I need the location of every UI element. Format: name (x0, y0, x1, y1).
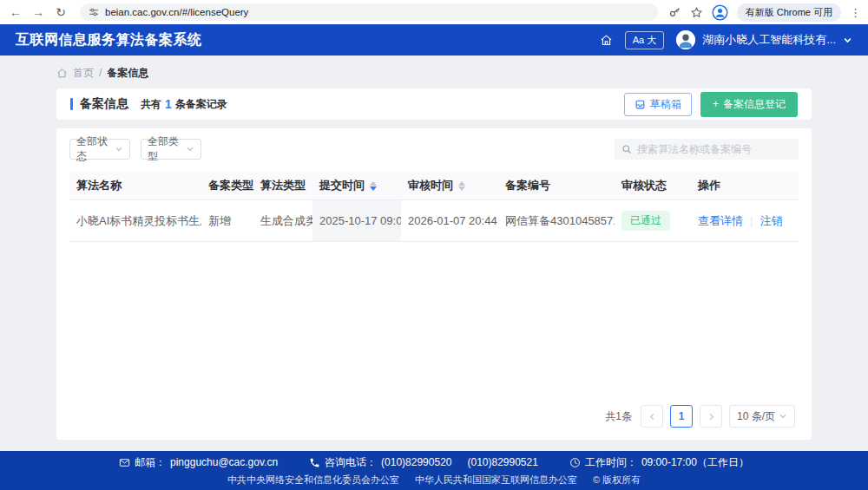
user-menu[interactable]: 湖南小晓人工智能科技有... (676, 30, 852, 49)
table-header-row: 算法名称 备案类型 算法类型 提交时间 (69, 172, 799, 200)
prev-page-button[interactable] (641, 405, 663, 428)
page-number-current[interactable]: 1 (670, 405, 693, 428)
register-button[interactable]: + 备案信息登记 (700, 92, 798, 117)
page-footer: 邮箱： pingguchu@cac.gov.cn 咨询电话： (010)8299… (0, 451, 868, 490)
user-avatar (676, 30, 695, 49)
page-body: 首页 / 备案信息 备案信息 共有 1 条备案记录 草稿箱 + 备案信息登记 (0, 56, 868, 451)
phone-icon (309, 457, 320, 468)
table-row: 小晓AI标书精灵投标书生成算法 新增 生成合成类… 2025-10-17 09:… (69, 200, 799, 242)
app-header: 互联网信息服务算法备案系统 Aa 大 湖南小晓人工智能科技有... (0, 24, 868, 56)
pagination: 共1条 1 10 条/页 (69, 400, 799, 429)
status-filter-select[interactable]: 全部状态 (69, 139, 130, 160)
password-key-icon[interactable] (668, 6, 681, 19)
breadcrumb-home[interactable]: 首页 (73, 66, 94, 81)
home-icon[interactable] (600, 34, 613, 47)
footer-email: 邮箱： pingguchu@cac.gov.cn (119, 455, 278, 470)
col-header-filing-type: 备案类型 (201, 172, 253, 200)
site-settings-icon[interactable] (89, 7, 99, 17)
cell-filing-no: 网信算备4301045857191… (498, 200, 615, 242)
url-text: beian.cac.gov.cn/#/licenseQuery (105, 7, 248, 17)
chevron-down-icon (115, 145, 123, 154)
col-header-algo-type: 算法类型 (253, 172, 312, 200)
page-title: 备案信息 (80, 96, 128, 112)
cell-actions: 查看详情|注销 (691, 200, 799, 242)
view-details-link[interactable]: 查看详情 (698, 214, 743, 227)
status-filter-value: 全部状态 (76, 134, 115, 164)
search-input[interactable] (637, 143, 792, 155)
next-page-button[interactable] (700, 405, 722, 428)
app-title: 互联网信息服务算法备案系统 (16, 31, 202, 49)
breadcrumb: 首页 / 备案信息 (56, 62, 812, 83)
col-header-review-time[interactable]: 审核时间 (401, 172, 498, 200)
mail-icon (119, 457, 130, 468)
cell-filing-type: 新增 (201, 200, 253, 242)
breadcrumb-home-icon[interactable] (56, 68, 68, 79)
search-icon (621, 144, 632, 154)
sort-icon-submit-time[interactable] (370, 181, 377, 191)
status-badge: 已通过 (621, 211, 670, 231)
col-header-filing-no: 备案编号 (498, 172, 615, 200)
chevron-down-icon (843, 36, 852, 45)
filter-row: 全部状态 全部类型 (69, 139, 799, 160)
count-prefix: 共有 (141, 97, 161, 112)
profile-avatar-icon[interactable] (712, 4, 728, 21)
main-card: 全部状态 全部类型 (56, 128, 812, 440)
chevron-down-icon (779, 412, 787, 421)
footer-copyright-line: 中共中央网络安全和信息化委员会办公室 中华人民共和国国家互联网信息办公室 © 版… (227, 474, 641, 487)
action-divider: | (750, 214, 753, 227)
draftbox-icon (635, 99, 646, 110)
pagination-total: 共1条 (605, 409, 632, 424)
page-size-select[interactable]: 10 条/页 (729, 405, 795, 428)
chrome-update-chip[interactable]: 有新版 Chrome 可用 (737, 3, 841, 22)
chevron-down-icon (186, 145, 194, 154)
font-size-button[interactable]: Aa 大 (625, 31, 665, 49)
register-label: 备案信息登记 (723, 97, 786, 112)
draftbox-button[interactable]: 草稿箱 (624, 93, 692, 116)
footer-org2: 中华人民共和国国家互联网信息办公室 (415, 474, 577, 487)
plus-icon: + (713, 98, 719, 110)
title-accent-bar (70, 98, 73, 110)
breadcrumb-separator: / (99, 67, 102, 79)
type-filter-value: 全部类型 (148, 134, 186, 164)
footer-phone2: (010)82990521 (467, 456, 537, 468)
page-size-value: 10 条/页 (737, 409, 775, 424)
count-suffix: 条备案记录 (175, 97, 227, 112)
footer-email-value: pingguchu@cac.gov.cn (170, 456, 278, 468)
record-count: 1 (161, 97, 175, 111)
type-filter-select[interactable]: 全部类型 (141, 139, 201, 160)
cell-review-time: 2026-01-07 20:44 (401, 200, 498, 242)
title-card: 备案信息 共有 1 条备案记录 草稿箱 + 备案信息登记 (56, 88, 812, 120)
cell-submit-time: 2025-10-17 09:02 (312, 200, 401, 242)
refresh-icon[interactable]: ↻ (52, 3, 69, 21)
browser-menu-icon[interactable]: ⋮ (850, 6, 861, 19)
browser-toolbar: ← → ↻ beian.cac.gov.cn/#/licenseQuery 有新… (0, 0, 868, 24)
cell-status: 已通过 (615, 200, 691, 242)
footer-copyright: © 版权所有 (593, 474, 641, 487)
records-table: 算法名称 备案类型 算法类型 提交时间 (69, 172, 799, 242)
footer-phone1: (010)82990520 (381, 456, 451, 468)
deregister-link[interactable]: 注销 (760, 214, 782, 227)
footer-hours: 工作时间： 09:00-17:00（工作日） (569, 455, 749, 470)
draftbox-label: 草稿箱 (650, 97, 681, 112)
sort-icon-review-time[interactable] (458, 181, 465, 191)
col-header-submit-time[interactable]: 提交时间 (312, 172, 401, 200)
footer-phone: 咨询电话： (010)82990520 (010)82990521 (309, 455, 538, 470)
search-box[interactable] (615, 139, 799, 160)
cell-algo-type: 生成合成类… (253, 200, 312, 242)
address-bar[interactable]: beian.cac.gov.cn/#/licenseQuery (80, 3, 658, 21)
cell-algorithm-name: 小晓AI标书精灵投标书生成算法 (69, 200, 201, 242)
col-header-name: 算法名称 (69, 172, 201, 200)
forward-icon[interactable]: → (30, 3, 47, 21)
col-header-actions: 操作 (691, 172, 799, 200)
footer-hours-value: 09:00-17:00（工作日） (641, 455, 749, 470)
back-icon[interactable]: ← (7, 3, 24, 21)
col-header-status: 审核状态 (615, 172, 691, 200)
bookmark-star-icon[interactable] (690, 6, 703, 19)
user-name: 湖南小晓人工智能科技有... (702, 32, 836, 48)
clock-icon (569, 457, 581, 468)
footer-org1: 中共中央网络安全和信息化委员会办公室 (227, 474, 399, 487)
breadcrumb-current: 备案信息 (107, 66, 148, 81)
